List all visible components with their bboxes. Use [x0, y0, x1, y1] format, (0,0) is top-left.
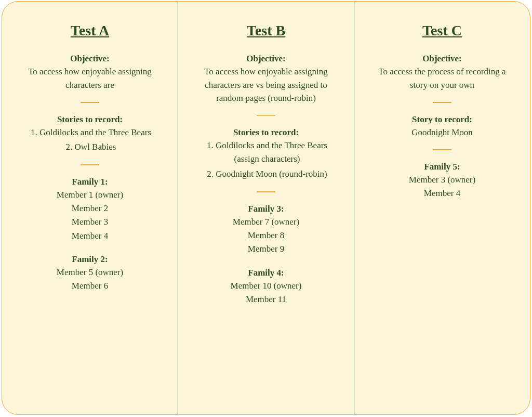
divider: [433, 149, 451, 150]
family-block: Family 2: Member 5 (owner) Member 6: [17, 254, 163, 293]
family-member: Member 4: [17, 229, 163, 243]
family-label: Family 2:: [17, 254, 163, 265]
family-member: Member 7 (owner): [193, 215, 339, 229]
family-member: Member 3: [17, 215, 163, 229]
family-label: Family 3:: [193, 204, 339, 214]
story-item: Goodnight Moon (round-robin): [193, 167, 339, 181]
family-block: Family 5: Member 3 (owner) Member 4: [369, 162, 515, 201]
family-member: Member 2: [17, 202, 163, 215]
family-label: Family 1:: [17, 177, 163, 187]
family-member: Member 6: [17, 279, 163, 293]
family-member: Member 10 (owner): [193, 279, 339, 293]
test-c-title: Test C: [369, 22, 515, 39]
objective-label: Objective:: [369, 54, 515, 64]
test-plan-container: Test A Objective: To access how enjoyabl…: [2, 1, 530, 415]
stories-label: Stories to record:: [193, 127, 339, 138]
story-single: Goodnight Moon: [369, 126, 515, 139]
stories-label: Story to record:: [369, 114, 515, 125]
objective-label: Objective:: [193, 54, 339, 64]
story-item: Goldilocks and the Three Bears (assign c…: [193, 139, 339, 166]
family-member: Member 4: [369, 187, 515, 200]
divider: [81, 102, 99, 103]
stories-list: Goldilocks and the Three Bears (assign c…: [193, 139, 339, 181]
objective-text: To access how enjoyable assigning charac…: [17, 65, 163, 92]
stories-list: Goldilocks and the Three Bears Owl Babie…: [17, 126, 163, 154]
family-member: Member 9: [193, 242, 339, 256]
divider: [433, 102, 451, 103]
family-label: Family 4:: [193, 268, 339, 278]
divider: [257, 115, 275, 116]
family-block: Family 4: Member 10 (owner) Member 11: [193, 268, 339, 307]
test-a-title: Test A: [17, 22, 163, 39]
family-block: Family 3: Member 7 (owner) Member 8 Memb…: [193, 204, 339, 256]
story-item: Goldilocks and the Three Bears: [17, 126, 163, 139]
test-column-b: Test B Objective: To access how enjoyabl…: [178, 2, 354, 414]
objective-text: To access the process of recording a sto…: [369, 65, 515, 92]
family-member: Member 5 (owner): [17, 266, 163, 279]
stories-label: Stories to record:: [17, 114, 163, 125]
family-label: Family 5:: [369, 162, 515, 172]
test-column-a: Test A Objective: To access how enjoyabl…: [2, 2, 178, 414]
family-member: Member 1 (owner): [17, 188, 163, 202]
test-column-c: Test C Objective: To access the process …: [354, 2, 530, 414]
test-b-title: Test B: [193, 22, 339, 39]
divider: [81, 164, 99, 165]
family-member: Member 8: [193, 229, 339, 242]
objective-text: To access how enjoyable assigning charac…: [193, 65, 339, 105]
objective-label: Objective:: [17, 54, 163, 64]
family-member: Member 3 (owner): [369, 173, 515, 187]
story-item: Owl Babies: [17, 140, 163, 154]
family-member: Member 11: [193, 293, 339, 306]
family-block: Family 1: Member 1 (owner) Member 2 Memb…: [17, 177, 163, 243]
divider: [257, 191, 275, 192]
